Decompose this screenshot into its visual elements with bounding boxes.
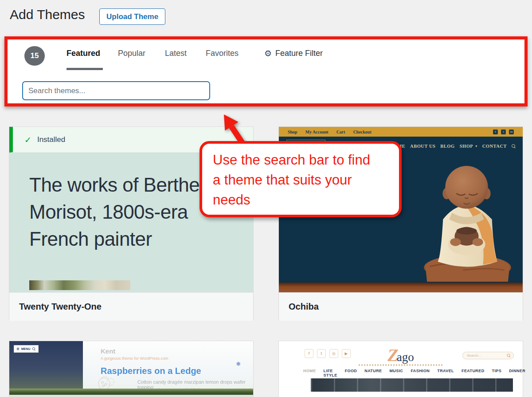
snowflake-icon: ❄ — [236, 361, 241, 367]
theme-name: Twenty Twenty-One — [19, 302, 102, 312]
callout-line3: needs — [213, 190, 399, 210]
theme-preview-zago: f t ◎ ▶ Zago Search... HOME LIFE STYLE F… — [279, 341, 523, 376]
tab-popular[interactable]: Popular — [118, 49, 145, 58]
ochiba-nav-blog: BLOG — [440, 144, 454, 149]
kent-menu-button: ≡ MENU — [14, 345, 39, 353]
search-icon — [512, 144, 516, 148]
filter-bar-highlight-box: 15 Featured Popular Latest Favorites ⚙ F… — [4, 36, 528, 106]
buddha-statue-image — [420, 153, 515, 282]
zago-nav-item: FASHION — [411, 369, 430, 377]
ochiba-nav-shop: SHOP — [460, 144, 473, 149]
ochiba-nav: HOME ABOUT US BLOG SHOP ▾ CONTACT — [390, 144, 516, 149]
zago-nav-item: TRAVEL — [437, 369, 454, 377]
theme-card-footer: Ochiba — [279, 292, 523, 321]
kent-menu-label: MENU — [21, 347, 31, 350]
theme-count-badge: 15 — [24, 46, 45, 66]
theme-card-footer: Twenty Twenty-One — [9, 292, 253, 321]
zago-nav-item: HOME — [303, 369, 316, 377]
tab-latest[interactable]: Latest — [165, 49, 187, 58]
kent-site-title: Kent — [101, 347, 115, 355]
preview-heading-line2: Morisot, 1800s-era — [29, 198, 200, 225]
annotation-callout: Use the search bar to find a theme that … — [200, 141, 402, 217]
ochiba-nav-contact: CONTACT — [482, 144, 507, 149]
kent-lower-area — [9, 395, 253, 397]
tab-favorites[interactable]: Favorites — [206, 49, 239, 58]
feature-filter-button[interactable]: ⚙ Feature Filter — [264, 48, 323, 58]
tab-featured[interactable]: Featured — [66, 49, 100, 58]
zago-tagline-text — [359, 364, 443, 366]
statue-table-strip — [279, 283, 523, 292]
hamburger-menu-icon: ≡ — [16, 347, 20, 351]
raspberry-sketch-image — [93, 375, 118, 390]
zago-nav-item: FOOD — [345, 369, 357, 377]
theme-name: Ochiba — [289, 302, 319, 312]
preview-heading: The works of Berthe Morisot, 1800s-era F… — [29, 171, 200, 252]
facebook-icon: f — [493, 130, 498, 134]
zago-nav: HOME LIFE STYLE FOOD NATURE MUSIC FASHIO… — [303, 369, 532, 377]
zago-search-box: Search... — [462, 352, 514, 359]
zago-nav-item: TIPS — [492, 369, 502, 377]
callout-line1: Use the search bar to find — [213, 150, 399, 170]
zago-nav-item: DINNER — [509, 369, 525, 377]
zago-logo-ago: ago — [397, 350, 414, 364]
kent-site-tagline: A gorgeous theme for WordPress.com — [101, 356, 168, 361]
active-tab-underline — [66, 68, 103, 70]
check-icon: ✓ — [24, 135, 31, 145]
ochiba-topbar: Shop My Account Cart Checkout f t in — [279, 127, 523, 137]
ochiba-link-checkout: Checkout — [353, 130, 372, 134]
kent-sidebar-panel: ≡ MENU — [9, 341, 83, 389]
preview-heading-line3: French painter — [29, 225, 200, 252]
ochiba-nav-about: ABOUT US — [410, 144, 435, 149]
theme-card-zago[interactable]: f t ◎ ▶ Zago Search... HOME LIFE STYLE F… — [278, 341, 523, 397]
kent-grass-strip — [9, 389, 253, 395]
gear-icon: ⚙ — [264, 48, 272, 58]
zago-nav-item: NATURE — [364, 369, 382, 377]
callout-line2: a theme that suits your — [213, 170, 399, 190]
zago-featured-photo-strip — [311, 378, 513, 392]
add-themes-page: Add Themes Upload Theme 15 Featured Popu… — [0, 0, 532, 397]
upload-theme-button[interactable]: Upload Theme — [99, 8, 165, 25]
zago-nav-item: MUSIC — [389, 369, 403, 377]
preview-heading-line1: The works of Berthe — [29, 171, 200, 198]
ochiba-social-icons: f t in — [493, 130, 514, 134]
zago-search-placeholder: Search... — [467, 354, 481, 358]
installed-label: Installed — [37, 135, 65, 144]
ochiba-link-my-account: My Account — [305, 130, 329, 134]
painting-thumbnail-image — [29, 280, 130, 290]
zago-nav-item: LIFE STYLE — [324, 369, 337, 377]
ochiba-link-shop: Shop — [288, 130, 297, 134]
theme-card-kent[interactable]: ≡ MENU Kent A gorgeous theme for WordPre… — [9, 341, 254, 397]
linkedin-icon: in — [509, 130, 514, 134]
twitter-icon: t — [501, 130, 506, 134]
feature-filter-label: Feature Filter — [275, 49, 323, 58]
search-themes-input[interactable] — [22, 81, 210, 100]
search-icon — [507, 354, 510, 357]
search-icon — [32, 347, 35, 350]
page-title: Add Themes — [10, 7, 85, 22]
theme-preview-kent: Kent A gorgeous theme for WordPress.com … — [83, 341, 253, 389]
ochiba-link-cart: Cart — [336, 130, 345, 134]
chevron-down-icon: ▾ — [475, 144, 477, 148]
zago-nav-item: FEATURED — [462, 369, 485, 377]
